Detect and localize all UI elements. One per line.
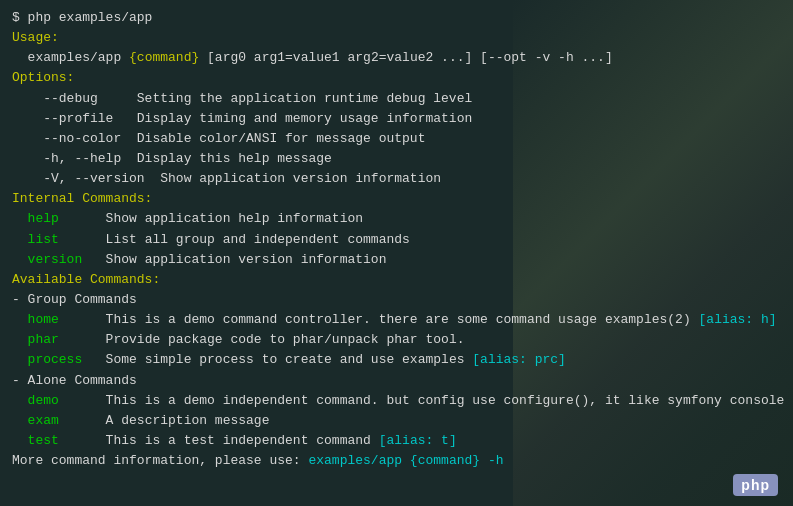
php-badge-text: php (741, 477, 770, 493)
terminal-line: $ php examples/app (12, 8, 781, 28)
terminal-line: --debug Setting the application runtime … (12, 89, 781, 109)
terminal-text: [alias: h] (699, 312, 777, 327)
terminal-text: [alias: prc] (472, 352, 566, 367)
terminal-text: This is a test independent command (82, 433, 378, 448)
terminal-text: process (28, 352, 83, 367)
terminal-text: Some simple process to create and use ex… (82, 352, 472, 367)
terminal-text (12, 352, 28, 367)
terminal-line: Usage: (12, 28, 781, 48)
terminal-output: $ php examples/appUsage: examples/app {c… (0, 0, 793, 479)
terminal-line: Internal Commands: (12, 189, 781, 209)
terminal-line: exam A description message (12, 411, 781, 431)
terminal-text: - Group Commands (12, 292, 137, 307)
terminal-text (12, 312, 28, 327)
terminal-text: [alias: t] (379, 433, 457, 448)
terminal-text: Provide package code to phar/unpack phar… (82, 332, 464, 347)
terminal-text (12, 252, 28, 267)
terminal-text: --debug Setting the application runtime … (12, 91, 472, 106)
terminal-text: phar (28, 332, 83, 347)
terminal-text: Options: (12, 70, 74, 85)
terminal-text: demo (28, 393, 83, 408)
terminal-line: - Group Commands (12, 290, 781, 310)
terminal-text: help (28, 211, 83, 226)
terminal-text: exam (28, 413, 83, 428)
terminal-text: Available Commands: (12, 272, 160, 287)
terminal-text: Show application version information (82, 252, 386, 267)
terminal-text (12, 232, 28, 247)
terminal-line: demo This is a demo independent command.… (12, 391, 781, 411)
terminal-text: -h, --help Display this help message (12, 151, 332, 166)
terminal-line: list List all group and independent comm… (12, 230, 781, 250)
terminal-text: [arg0 arg1=value1 arg2=value2 ...] [--op… (199, 50, 612, 65)
php-badge: php (733, 474, 778, 496)
terminal-line: process Some simple process to create an… (12, 350, 781, 370)
terminal-text: version (28, 252, 83, 267)
terminal-text: Internal Commands: (12, 191, 152, 206)
terminal-text: This is a demo independent command. but … (82, 393, 784, 408)
terminal-text: Usage: (12, 30, 59, 45)
terminal-line: More command information, please use: ex… (12, 451, 781, 471)
terminal-text: List all group and independent commands (82, 232, 410, 247)
terminal-line: examples/app {command} [arg0 arg1=value1… (12, 48, 781, 68)
terminal-text: examples/app (12, 50, 129, 65)
terminal-text: More command information, please use: (12, 453, 308, 468)
terminal-text: examples/app {command} -h (308, 453, 503, 468)
terminal-text: A description message (82, 413, 269, 428)
terminal-text (12, 433, 28, 448)
terminal-text: home (28, 312, 83, 327)
terminal-line: -h, --help Display this help message (12, 149, 781, 169)
terminal-line: Options: (12, 68, 781, 88)
terminal-text: Show application help information (82, 211, 363, 226)
terminal-text: test (28, 433, 83, 448)
terminal-line: test This is a test independent command … (12, 431, 781, 451)
terminal-text (12, 413, 28, 428)
terminal-text: $ php examples/app (12, 10, 152, 25)
terminal-line: home This is a demo command controller. … (12, 310, 781, 330)
terminal-text: list (28, 232, 83, 247)
terminal-line: version Show application version informa… (12, 250, 781, 270)
terminal-line: help Show application help information (12, 209, 781, 229)
terminal-text (12, 393, 28, 408)
terminal-text: --no-color Disable color/ANSI for messag… (12, 131, 425, 146)
terminal-line: --profile Display timing and memory usag… (12, 109, 781, 129)
terminal-text: This is a demo command controller. there… (82, 312, 698, 327)
terminal-text (12, 211, 28, 226)
terminal-line: - Alone Commands (12, 371, 781, 391)
terminal-line: --no-color Disable color/ANSI for messag… (12, 129, 781, 149)
terminal-text: - Alone Commands (12, 373, 137, 388)
terminal-text: -V, --version Show application version i… (12, 171, 441, 186)
terminal-text: --profile Display timing and memory usag… (12, 111, 472, 126)
terminal-line: Available Commands: (12, 270, 781, 290)
terminal-text: {command} (129, 50, 199, 65)
terminal-line: phar Provide package code to phar/unpack… (12, 330, 781, 350)
terminal-line: -V, --version Show application version i… (12, 169, 781, 189)
terminal-text (12, 332, 28, 347)
